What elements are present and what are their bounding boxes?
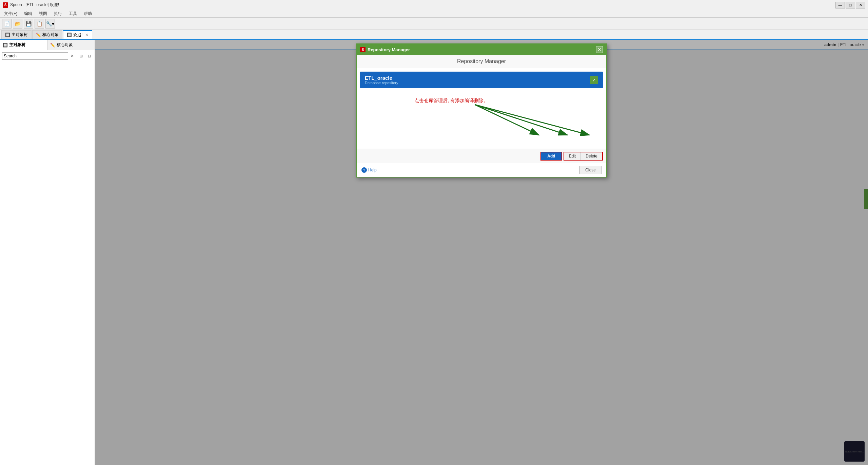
dialog-title: Repository Manager bbox=[368, 47, 410, 52]
sidebar-core-label: 核心对象 bbox=[57, 42, 73, 48]
edit-delete-group: Edit Delete bbox=[564, 152, 603, 161]
tab-welcome[interactable]: 🔲 欢迎! ✕ bbox=[63, 30, 92, 39]
tab-main-objects[interactable]: 🔲 主对象树 bbox=[1, 30, 32, 39]
sidebar-main-icon: 🔲 bbox=[3, 43, 8, 48]
toolbar-save[interactable]: 💾 bbox=[24, 19, 33, 29]
expand-tree-icon[interactable]: ⊞ bbox=[78, 53, 84, 59]
help-link[interactable]: ? Help bbox=[361, 167, 377, 173]
minimize-button[interactable]: — bbox=[835, 2, 845, 8]
help-icon: ? bbox=[361, 167, 367, 173]
collapse-tree-icon[interactable]: ⊟ bbox=[86, 53, 93, 59]
close-button[interactable]: Close bbox=[579, 166, 601, 174]
modal-overlay: S Repository Manager ✕ Repository Manage… bbox=[95, 40, 868, 465]
main-layout: 🔲 主对象树 ✏️ 核心对象 ✕ ⊞ ⊟ admin | ETL_oracle … bbox=[0, 40, 868, 465]
tab-welcome-label: 欢迎! bbox=[73, 32, 82, 38]
dialog-button-row: Add Edit Delete bbox=[357, 149, 606, 163]
dialog-header: Repository Manager bbox=[357, 55, 606, 68]
repo-name: ETL_oracle bbox=[365, 75, 398, 81]
toolbar-open[interactable]: 📂 bbox=[13, 19, 22, 29]
maximize-button[interactable]: □ bbox=[846, 2, 855, 8]
repo-check-icon: ✓ bbox=[590, 76, 598, 84]
sidebar-tab-main[interactable]: 🔲 主对象树 bbox=[0, 40, 47, 50]
dialog-header-text: Repository Manager bbox=[457, 58, 506, 64]
menu-file[interactable]: 文件(F) bbox=[1, 10, 20, 17]
repo-item-info: ETL_oracle Database repository bbox=[365, 75, 398, 85]
title-bar: S Spoon - [ETL_oracle] 欢迎! — □ ✕ bbox=[0, 0, 868, 10]
annotation-area: 点击仓库管理后, 有添加编译删除。 bbox=[360, 91, 603, 145]
dialog-app-icon: S bbox=[360, 47, 366, 52]
sidebar-tabs: 🔲 主对象树 ✏️ 核心对象 bbox=[0, 40, 95, 50]
main-content: admin | ETL_oracle ▾ S Repository Manage… bbox=[95, 40, 868, 465]
menu-help[interactable]: 帮助 bbox=[81, 10, 95, 17]
window-close-button[interactable]: ✕ bbox=[856, 2, 865, 8]
sidebar-core-icon: ✏️ bbox=[50, 43, 55, 48]
sidebar: 🔲 主对象树 ✏️ 核心对象 ✕ ⊞ ⊟ bbox=[0, 40, 95, 465]
tab-welcome-icon: 🔲 bbox=[67, 33, 72, 37]
dialog-close-button[interactable]: ✕ bbox=[596, 46, 603, 53]
delete-button[interactable]: Delete bbox=[581, 152, 602, 160]
repository-item[interactable]: ETL_oracle Database repository ✓ bbox=[360, 72, 603, 88]
menu-execute[interactable]: 执行 bbox=[51, 10, 65, 17]
annotation-text: 点击仓库管理后, 有添加编译删除。 bbox=[414, 98, 488, 104]
window-title: Spoon - [ETL_oracle] 欢迎! bbox=[10, 2, 59, 8]
toolbar-settings[interactable]: 🔧▾ bbox=[45, 19, 55, 29]
toolbar-new[interactable]: 📄 bbox=[2, 19, 12, 29]
svg-line-0 bbox=[475, 105, 539, 135]
menu-bar: 文件(F) 编辑 视图 执行 工具 帮助 bbox=[0, 10, 868, 18]
tab-bar: 🔲 主对象树 ✏️ 核心对象 🔲 欢迎! ✕ bbox=[0, 30, 868, 40]
tab-main-objects-icon: 🔲 bbox=[5, 33, 10, 37]
search-clear-button[interactable]: ✕ bbox=[70, 53, 75, 59]
menu-edit[interactable]: 编辑 bbox=[21, 10, 35, 17]
help-label: Help bbox=[368, 168, 377, 172]
tab-core-objects-icon: ✏️ bbox=[36, 33, 41, 37]
dialog-body: ETL_oracle Database repository ✓ 点击仓库管理后… bbox=[357, 68, 606, 149]
svg-line-2 bbox=[475, 105, 589, 135]
sidebar-tab-core[interactable]: ✏️ 核心对象 bbox=[47, 40, 95, 50]
dialog-title-bar: S Repository Manager ✕ bbox=[357, 44, 606, 55]
tab-main-objects-label: 主对象树 bbox=[12, 32, 28, 38]
search-input[interactable] bbox=[2, 52, 68, 60]
app-icon: S bbox=[3, 2, 8, 8]
tab-welcome-close-icon[interactable]: ✕ bbox=[85, 33, 88, 37]
tab-core-objects[interactable]: ✏️ 核心对象 bbox=[32, 30, 62, 39]
add-button[interactable]: Add bbox=[540, 152, 562, 161]
toolbar-saveas[interactable]: 📋 bbox=[35, 19, 44, 29]
window-controls: — □ ✕ bbox=[835, 2, 865, 8]
edit-button[interactable]: Edit bbox=[564, 152, 581, 160]
menu-tools[interactable]: 工具 bbox=[66, 10, 80, 17]
toolbar: 📄 📂 💾 📋 🔧▾ bbox=[0, 18, 868, 30]
sidebar-main-label: 主对象树 bbox=[9, 42, 25, 48]
sidebar-search-area: ✕ ⊞ ⊟ bbox=[0, 50, 95, 62]
svg-line-1 bbox=[475, 105, 567, 135]
repo-type: Database repository bbox=[365, 81, 398, 85]
dialog-footer: ? Help Close bbox=[357, 163, 606, 177]
sidebar-icon-group: ⊞ ⊟ bbox=[78, 53, 93, 59]
menu-view[interactable]: 视图 bbox=[36, 10, 50, 17]
repository-manager-dialog: S Repository Manager ✕ Repository Manage… bbox=[356, 43, 607, 178]
tab-core-objects-label: 核心对象 bbox=[42, 32, 59, 38]
